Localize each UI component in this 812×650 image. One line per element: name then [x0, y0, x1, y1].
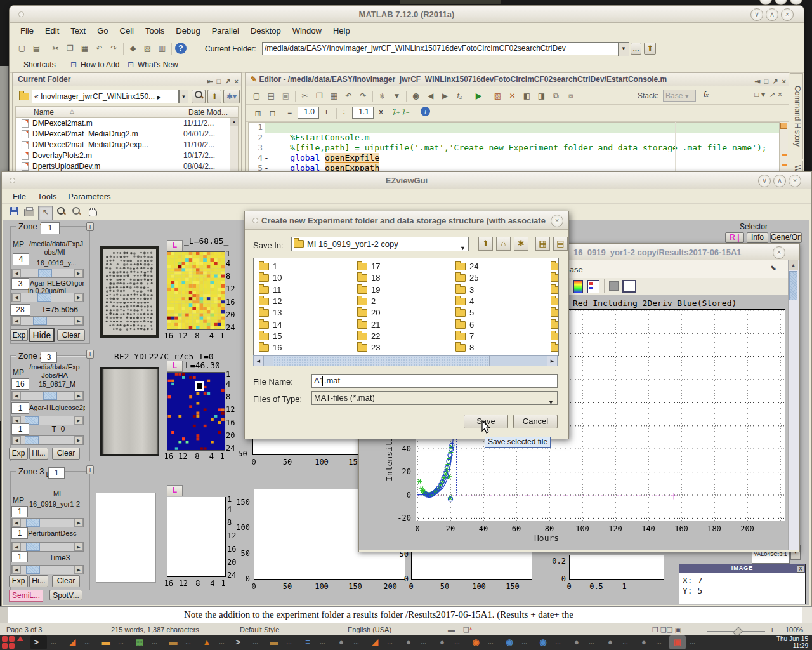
taskbar-item-app[interactable]: ●: [602, 635, 619, 649]
code-line[interactable]: 1: [249, 123, 780, 133]
taskbar-item-terminal[interactable]: >_: [232, 635, 249, 649]
folder-item[interactable]: 16: [259, 342, 354, 353]
undo-icon[interactable]: ↶: [93, 42, 106, 55]
heatmap-zone1[interactable]: [167, 251, 225, 330]
folder-item[interactable]: 22: [357, 331, 452, 342]
folder-item[interactable]: 15: [259, 331, 354, 342]
open-file-icon[interactable]: ▤: [30, 42, 43, 55]
cut-icon[interactable]: ✂: [49, 42, 62, 55]
matlab-titlebar[interactable]: MATLAB 7.12.0 (R2011a) ∨ ∧ ×: [10, 6, 804, 23]
menu-file[interactable]: File: [15, 23, 39, 38]
results-scrollbar[interactable]: ▲: [788, 260, 799, 550]
folder-item[interactable]: 8: [455, 342, 551, 353]
code-line[interactable]: 2 %EstartConsole.m: [249, 133, 780, 143]
slider-left-arrow[interactable]: ◀: [12, 293, 21, 302]
zoom-in-icon[interactable]: [55, 206, 68, 220]
slider-left-arrow[interactable]: ◀: [12, 543, 21, 551]
slider-left-arrow[interactable]: ◀: [12, 436, 21, 444]
slider-left-arrow[interactable]: ◀: [12, 392, 21, 400]
folder-item[interactable]: [551, 342, 559, 353]
slider-left-arrow[interactable]: ◀: [12, 566, 21, 574]
selector-r-button[interactable]: R |: [725, 232, 744, 243]
wm-logo[interactable]: [2, 643, 8, 649]
slider-thumb[interactable]: [37, 293, 51, 302]
taskbar-item-folder[interactable]: ▬: [98, 635, 114, 649]
menu-cell[interactable]: Cell: [114, 23, 140, 38]
menu-parameters[interactable]: Parameters: [62, 189, 116, 204]
folder-item[interactable]: 19: [357, 284, 452, 295]
colorbar-icon[interactable]: [573, 280, 583, 293]
slider-right-arrow[interactable]: ▶: [74, 269, 83, 277]
up-one-level-icon[interactable]: ⬆: [478, 237, 493, 251]
table-row[interactable]: DoverlayPlots2.m10/17/2...: [16, 150, 230, 161]
table-row[interactable]: DMPexcel2mat_MediaDrug2exp...11/10/2...: [16, 140, 230, 150]
taskbar-item-vlc[interactable]: ▲: [199, 635, 215, 649]
divide-button[interactable]: ÷: [342, 108, 346, 117]
zone-clear-button[interactable]: Clear: [52, 448, 80, 460]
taskbar-item-app[interactable]: ●: [434, 635, 450, 649]
zone-index-field[interactable]: 1: [48, 467, 65, 479]
folder-item[interactable]: 12: [259, 296, 354, 307]
decrease-button[interactable]: −: [287, 109, 292, 117]
status-words[interactable]: 215 words, 1,387 characters: [111, 626, 199, 633]
current-folder-panel-header[interactable]: Current Folder ⇤ □ ↗ ×: [13, 73, 241, 86]
horizontal-scrollbar[interactable]: ◀ ▶: [253, 355, 558, 366]
view-layout-icons[interactable]: ❐ ❏❏ ▣: [652, 626, 681, 634]
slider-right-arrow[interactable]: ▶: [74, 543, 83, 551]
zone-i-button[interactable]: I: [86, 465, 94, 474]
legend-icon[interactable]: [587, 280, 599, 293]
zone-slider-2[interactable]: ◀▶: [11, 542, 84, 552]
cell-value-2[interactable]: 1.1: [352, 107, 374, 119]
folder-item[interactable]: 23: [357, 342, 452, 353]
taskbar-item-gimp[interactable]: ▣: [669, 635, 686, 649]
zoom-out-control[interactable]: −: [698, 626, 702, 633]
menu-tools[interactable]: Tools: [140, 23, 170, 38]
file-name-input[interactable]: A1.mat: [311, 374, 558, 388]
simulink-icon[interactable]: ◆: [126, 42, 140, 55]
save-icon[interactable]: [8, 206, 21, 220]
path-dropdown-button[interactable]: ▼: [618, 42, 629, 56]
taskbar-item-writer[interactable]: ≡: [299, 635, 316, 649]
menu-edit[interactable]: Edit: [39, 23, 65, 38]
heatmap-zone3[interactable]: [167, 497, 226, 577]
copy-icon[interactable]: ❐: [63, 42, 77, 55]
folder-item[interactable]: [551, 284, 559, 295]
maximize-button[interactable]: ∧: [773, 175, 786, 187]
writer-scrollbar[interactable]: [802, 607, 812, 623]
selector-info-button[interactable]: Info: [747, 232, 768, 243]
redo-icon[interactable]: ↷: [107, 42, 121, 55]
editor-toolbar-icons[interactable]: ▢▤▣✂❐▦↶↷⎈▼◉◀▶f₂▶▧✕◧◨⧉⧈: [249, 89, 578, 103]
menu-debug[interactable]: Debug: [170, 23, 206, 38]
brush-icon[interactable]: [609, 281, 619, 291]
menu-file[interactable]: File: [7, 189, 32, 204]
slider-thumb[interactable]: [43, 392, 57, 400]
zone-field-1[interactable]: 1: [11, 506, 28, 517]
zone-hide-button[interactable]: Hi...: [29, 448, 48, 460]
up-folder-icon[interactable]: ⬆: [644, 43, 656, 55]
zoom-in-control[interactable]: +: [770, 626, 774, 633]
folder-item[interactable]: 6: [455, 319, 551, 330]
minimize-button[interactable]: ∨: [758, 175, 771, 187]
zone-field-2[interactable]: 3: [11, 278, 29, 290]
close-button[interactable]: ×: [781, 8, 794, 21]
list-view-icon[interactable]: ▤: [553, 237, 568, 251]
cell-value-1[interactable]: 1.0: [298, 107, 319, 119]
close-button[interactable]: ×: [789, 175, 801, 187]
menu-help[interactable]: Help: [327, 23, 356, 38]
zone-clear-button[interactable]: Clear: [52, 575, 80, 587]
address-input[interactable]: « InovImager_jwrCF_WINLinx150... ▶: [32, 90, 179, 103]
home-icon[interactable]: ⌂: [496, 237, 511, 251]
details-view-icon[interactable]: ▦: [535, 237, 550, 251]
slider-thumb[interactable]: [38, 269, 52, 277]
slider-thumb[interactable]: [26, 519, 40, 527]
zone-i-button[interactable]: I: [86, 222, 94, 231]
zone-field-1[interactable]: 16: [11, 378, 29, 390]
taskbar-item-calc[interactable]: ▦: [131, 635, 148, 649]
editor-header-icons[interactable]: ⇥ □ ↗ ×: [754, 75, 786, 88]
zone-index-field[interactable]: 1: [41, 222, 60, 234]
zone-exp-button[interactable]: Exp: [9, 575, 28, 587]
pan-hand-icon[interactable]: [86, 206, 100, 220]
zone-hide-button[interactable]: Hide: [29, 328, 55, 342]
up-one-level-icon[interactable]: ⬆: [207, 90, 221, 103]
actions-gear-icon[interactable]: ✱▾: [223, 90, 240, 103]
